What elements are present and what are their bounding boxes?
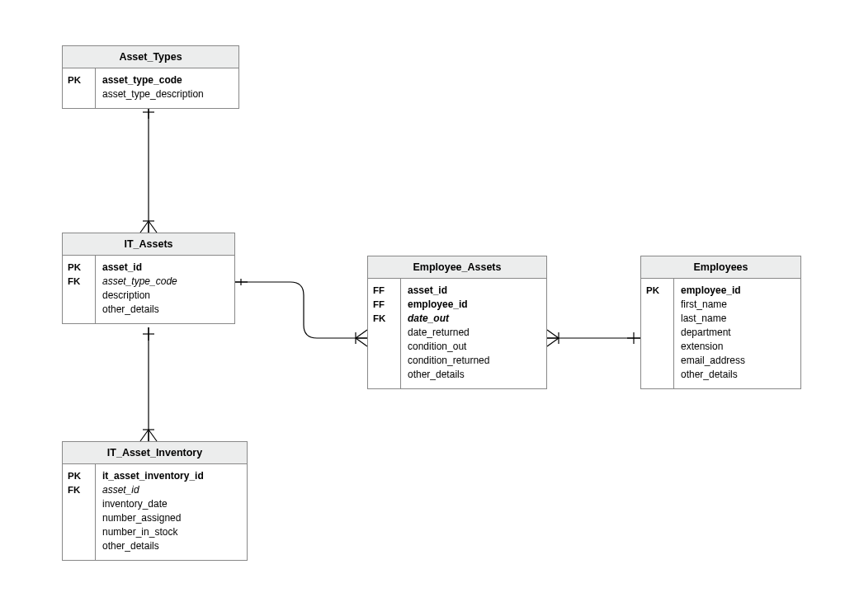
- entity-employee-assets: Employee_Assets FF FF FK asset_id employ…: [367, 256, 547, 389]
- entity-employees: Employees PK employee_id first_name last…: [640, 256, 801, 389]
- fields-column: asset_type_code asset_type_description: [96, 68, 238, 108]
- fields-column: it_asset_inventory_id asset_id inventory…: [96, 464, 247, 560]
- fields-column: asset_id asset_type_code description oth…: [96, 256, 234, 323]
- entity-title: IT_Asset_Inventory: [63, 442, 247, 464]
- entity-it-asset-inventory: IT_Asset_Inventory PK FK it_asset_invent…: [62, 441, 248, 561]
- key-column: PK: [641, 279, 674, 388]
- key-column: PK FK: [63, 464, 96, 560]
- entity-title: IT_Assets: [63, 233, 234, 256]
- entity-it-assets: IT_Assets PK FK asset_id asset_type_code…: [62, 233, 235, 324]
- key-column: PK: [63, 68, 96, 108]
- entity-asset-types: Asset_Types PK asset_type_code asset_typ…: [62, 45, 239, 109]
- fields-column: employee_id first_name last_name departm…: [674, 279, 800, 388]
- key-column: FF FF FK: [368, 279, 401, 388]
- entity-title: Employee_Assets: [368, 256, 546, 279]
- key-column: PK FK: [63, 256, 96, 323]
- fields-column: asset_id employee_id date_out date_retur…: [401, 279, 546, 388]
- entity-title: Asset_Types: [63, 46, 238, 68]
- entity-title: Employees: [641, 256, 800, 279]
